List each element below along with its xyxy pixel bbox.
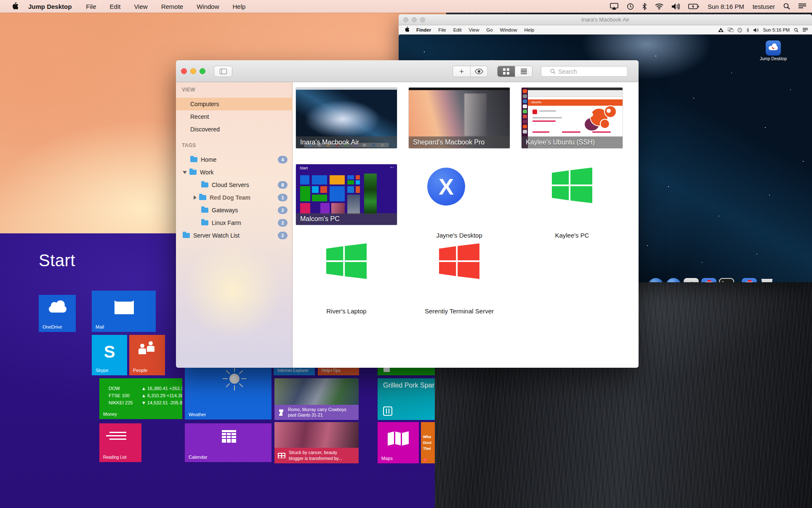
- tile-people[interactable]: People: [129, 335, 165, 375]
- close-button[interactable]: [181, 68, 187, 74]
- sidebar-item-recent[interactable]: Recent: [176, 110, 293, 123]
- dock-terminal-icon[interactable]: >_: [719, 278, 734, 282]
- disclosure-right-icon[interactable]: [194, 195, 197, 200]
- sidebar-tag-gateways[interactable]: Gateways 2: [176, 204, 293, 217]
- app-menu-jump-desktop[interactable]: Jump Desktop: [28, 3, 72, 10]
- computer-card-kaylees-ubuntu[interactable]: ubuntu Kaylee's Ubuntu (SSH): [522, 88, 623, 148]
- computer-card-jaynes-desktop[interactable]: Jayne's Desktop: [409, 232, 510, 239]
- zoom-button[interactable]: [200, 68, 205, 74]
- computer-icon-windows-red[interactable]: [439, 243, 479, 279]
- sidebar-tag-server-watch-list[interactable]: Server Watch List 2: [176, 229, 293, 242]
- remote-jump-desktop-label: Jump Desktop: [756, 56, 790, 61]
- sidebar-item-computers[interactable]: Computers: [176, 98, 293, 110]
- tile-weather[interactable]: Weather: [185, 363, 272, 420]
- tag-count-badge: 4: [278, 156, 288, 163]
- eye-icon: [475, 69, 483, 74]
- tile-maps[interactable]: Maps: [378, 422, 419, 463]
- remote-notification-icon[interactable]: [803, 28, 808, 32]
- remote-menu-go[interactable]: Go: [486, 27, 493, 32]
- sidebar-tag-cloud-servers[interactable]: Cloud Servers 8: [176, 179, 293, 191]
- computer-card-rivers-laptop[interactable]: River's Laptop: [296, 307, 397, 315]
- tile-beauty-news[interactable]: Struck by cancer, beautyblogger is trans…: [274, 422, 359, 463]
- bluetooth-icon[interactable]: [642, 3, 647, 10]
- dock-jump-desktop-beta-icon[interactable]: BETA: [701, 278, 716, 282]
- search-input[interactable]: [558, 68, 618, 75]
- menu-bar-user[interactable]: testuser: [753, 3, 775, 10]
- tile-mail[interactable]: Mail: [92, 291, 156, 332]
- notification-center-icon[interactable]: [799, 3, 806, 9]
- dock-trash-icon[interactable]: [761, 279, 773, 282]
- remote-menu-finder[interactable]: Finder: [416, 27, 431, 32]
- remote-clock-text[interactable]: Sun 5:16 PM: [763, 27, 790, 32]
- tile-onedrive[interactable]: OneDrive: [39, 295, 76, 332]
- tile-orange-partial[interactable]: Wha Doct Thei ♥: [421, 422, 435, 463]
- remote-title-bar[interactable]: Inara's Macbook Air: [399, 14, 812, 25]
- computer-card-malcoms-pc[interactable]: Start ▪▪ ▪ Malcom's PC: [296, 164, 397, 225]
- tile-money[interactable]: DOW▲ 16,380.41 +263.17 FTSE 100▲ 6,310.2…: [99, 378, 182, 419]
- computer-icon-x11[interactable]: X: [427, 168, 465, 206]
- folder-icon: [199, 195, 206, 200]
- remote-bluetooth-icon[interactable]: [746, 28, 749, 32]
- remote-airdrop-icon[interactable]: [718, 28, 724, 32]
- remote-menu-help[interactable]: Help: [524, 27, 534, 32]
- computer-card-shepards-macbook-pro[interactable]: Shepard's Macbook Pro: [409, 88, 510, 148]
- dock-system-preferences-icon[interactable]: ⚙: [684, 278, 699, 282]
- apple-menu[interactable]: [12, 2, 18, 11]
- airplay-icon[interactable]: [610, 3, 618, 10]
- computer-name-overlay: Malcom's PC: [296, 213, 397, 225]
- menu-edit[interactable]: Edit: [110, 3, 121, 10]
- dock-appstore-icon[interactable]: A: [666, 278, 681, 282]
- sidebar-tag-work[interactable]: Work: [176, 166, 293, 179]
- toolbar-search-field[interactable]: [541, 66, 628, 77]
- minimize-button[interactable]: [190, 68, 196, 74]
- tile-ie-label: Internet Explorer: [277, 368, 309, 373]
- computer-card-inaras-macbook-air[interactable]: Inara's Macbook Air: [296, 88, 397, 148]
- tile-calendar[interactable]: Calendar: [185, 423, 272, 462]
- sidebar-toggle-button[interactable]: [214, 66, 232, 77]
- remote-menu-view[interactable]: View: [469, 27, 479, 32]
- tile-onedrive-label: OneDrive: [43, 324, 62, 329]
- menu-file[interactable]: File: [86, 3, 96, 10]
- computer-icon-windows-green[interactable]: [552, 167, 592, 203]
- map-icon: [388, 431, 409, 446]
- volume-icon[interactable]: [672, 3, 680, 10]
- remote-volume-icon[interactable]: [753, 28, 759, 32]
- list-view-button[interactable]: [515, 66, 532, 77]
- sidebar-tag-linux-farm[interactable]: Linux Farm 2: [176, 217, 293, 229]
- tile-help-label: Help+Tips: [322, 368, 341, 373]
- spotlight-search-icon[interactable]: [783, 3, 790, 10]
- computer-card-serentiy-terminal-server[interactable]: Serentiy Terminal Server: [409, 307, 510, 315]
- grid-view-button[interactable]: [498, 66, 515, 77]
- menu-help[interactable]: Help: [233, 3, 246, 10]
- menu-window[interactable]: Window: [197, 3, 219, 10]
- sidebar-item-discovered[interactable]: Discovered: [176, 123, 293, 136]
- tile-grilled-pork[interactable]: Grilled Pork Spar: [378, 378, 435, 420]
- tile-skype[interactable]: S Skype: [92, 335, 127, 375]
- disclosure-down-icon[interactable]: [183, 171, 187, 174]
- remote-search-icon[interactable]: [794, 28, 799, 32]
- battery-charging-icon[interactable]: [688, 4, 699, 9]
- wifi-icon[interactable]: [655, 3, 663, 10]
- computer-icon-windows-green[interactable]: [326, 243, 367, 279]
- remote-menu-edit[interactable]: Edit: [453, 27, 462, 32]
- sidebar-tag-home[interactable]: Home 4: [176, 153, 293, 166]
- add-computer-button[interactable]: +: [453, 66, 470, 77]
- remote-menu-window[interactable]: Window: [500, 27, 517, 32]
- remote-clock-icon[interactable]: [737, 28, 742, 32]
- dock-itunes-icon[interactable]: ♪: [648, 278, 663, 282]
- computer-card-kaylees-pc[interactable]: Kaylee's PC: [522, 232, 623, 239]
- remote-displays-icon[interactable]: [728, 28, 733, 32]
- menu-view[interactable]: View: [134, 3, 147, 10]
- dock-jump-desktop-beta-icon-2[interactable]: BETA: [742, 278, 757, 282]
- menu-remote[interactable]: Remote: [161, 3, 184, 10]
- tile-sports-news[interactable]: Romo, Murray carry Cowboyspast Giants 31…: [274, 378, 359, 420]
- remote-jump-desktop-icon[interactable]: [766, 40, 781, 56]
- menu-bar-clock[interactable]: Sun 8:16 PM: [708, 3, 744, 10]
- jump-desktop-window[interactable]: + VIEW Computers Recent: [176, 60, 639, 368]
- preview-button[interactable]: [470, 66, 487, 77]
- remote-menu-file[interactable]: File: [438, 27, 446, 32]
- tile-reading-list[interactable]: Reading List: [99, 423, 141, 462]
- sidebar-tag-red-dog-team[interactable]: Red Dog Team 1: [176, 191, 293, 204]
- time-machine-icon[interactable]: [627, 3, 634, 10]
- remote-apple-menu[interactable]: [405, 27, 409, 33]
